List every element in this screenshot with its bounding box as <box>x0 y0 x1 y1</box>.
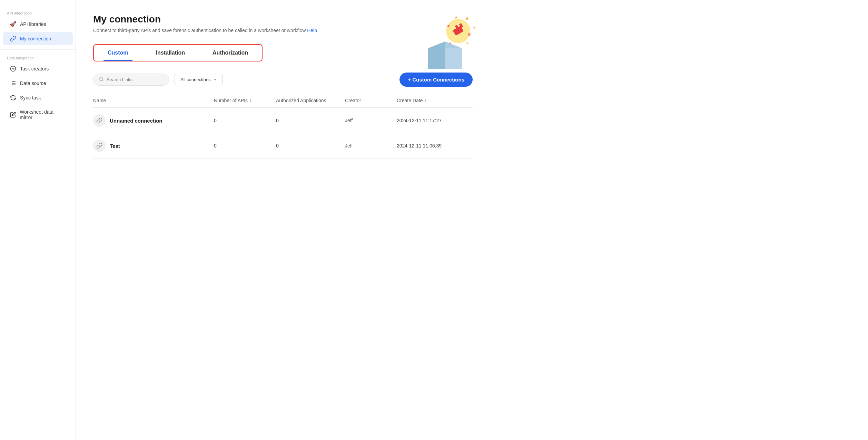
connections-table: Name Number of APIs ⬍ Authorized Applica… <box>93 95 473 159</box>
svg-marker-10 <box>428 41 445 48</box>
th-auth-apps: Authorized Applications <box>276 98 345 103</box>
td-num-apis: 0 <box>214 118 276 123</box>
api-section-label: API integration <box>0 8 76 17</box>
th-creator: Creator <box>345 98 397 103</box>
sidebar-item-sync-task[interactable]: Sync task <box>3 91 73 104</box>
td-auth-apps: 0 <box>276 143 345 149</box>
tab-installation[interactable]: Installation <box>142 45 199 61</box>
sort-icon-date: ⬍ <box>424 99 427 103</box>
sidebar-divider <box>0 49 76 50</box>
plus-circle-icon <box>10 66 17 72</box>
tabs-container: Custom Installation Authorization <box>93 44 263 61</box>
sort-icon: ⬍ <box>249 99 252 103</box>
main-content: ★ ★ My connection Connect to third-party… <box>76 0 868 440</box>
table-row[interactable]: Unnamed connection 0 0 Jeff 2024-12-11 1… <box>93 108 473 133</box>
sidebar-item-label: API libraries <box>20 21 46 27</box>
edit-icon <box>10 112 16 118</box>
td-create-date: 2024-12-11 11:06:39 <box>397 143 473 149</box>
search-box[interactable] <box>93 74 169 86</box>
svg-text:★: ★ <box>465 16 470 21</box>
td-creator: Jeff <box>345 118 397 123</box>
svg-rect-12 <box>428 48 445 69</box>
connection-name: Unnamed connection <box>110 118 162 124</box>
data-section-label: Data integration <box>0 53 76 61</box>
sidebar-item-label: Worksheet data mirror <box>20 109 66 120</box>
tab-custom[interactable]: Custom <box>94 45 142 61</box>
table-header: Name Number of APIs ⬍ Authorized Applica… <box>93 95 473 108</box>
svg-rect-13 <box>445 48 462 69</box>
sidebar-item-label: Data source <box>20 80 46 86</box>
sidebar-item-label: My connection <box>20 36 51 41</box>
rocket-icon: 🚀 <box>10 21 17 27</box>
svg-point-21 <box>468 33 471 36</box>
th-name: Name <box>93 98 214 103</box>
sidebar-item-my-connection[interactable]: My connection <box>3 32 73 45</box>
sync-icon <box>10 95 17 101</box>
toolbar: All connections ▼ + Custom Connections <box>93 73 473 87</box>
page-title: My connection <box>93 14 317 25</box>
svg-point-24 <box>450 42 451 44</box>
sidebar-item-worksheet-data-mirror[interactable]: Worksheet data mirror <box>3 106 73 124</box>
sidebar-item-label: Task creators <box>20 66 49 71</box>
chevron-down-icon: ▼ <box>213 78 217 82</box>
list-icon <box>10 80 17 86</box>
table-row[interactable]: Test 0 0 Jeff 2024-12-11 11:06:39 <box>93 133 473 159</box>
td-num-apis: 0 <box>214 143 276 149</box>
sidebar-item-api-libraries[interactable]: 🚀 API libraries <box>3 17 73 31</box>
th-create-date: Create Date ⬍ <box>397 98 473 103</box>
svg-line-26 <box>102 80 103 81</box>
connections-filter-dropdown[interactable]: All connections ▼ <box>175 74 223 85</box>
sidebar-item-label: Sync task <box>20 95 41 101</box>
connection-icon <box>10 36 17 42</box>
sidebar-item-task-creators[interactable]: Task creators <box>3 62 73 75</box>
help-link[interactable]: Help <box>307 28 317 33</box>
svg-text:★: ★ <box>455 16 458 19</box>
svg-point-25 <box>100 77 103 80</box>
page-subtitle: Connect to third-party APIs and save for… <box>93 28 317 33</box>
filter-label: All connections <box>180 77 210 82</box>
add-custom-connection-button[interactable]: + Custom Connections <box>400 73 473 87</box>
th-num-apis: Number of APIs ⬍ <box>214 98 276 103</box>
search-input[interactable] <box>107 77 163 82</box>
svg-point-22 <box>473 27 475 29</box>
connection-row-icon <box>93 140 106 152</box>
search-icon <box>99 77 104 83</box>
td-create-date: 2024-12-11 11:17:27 <box>397 118 473 123</box>
svg-point-23 <box>466 42 468 44</box>
td-name: Unnamed connection <box>93 114 214 127</box>
td-name: Test <box>93 140 214 152</box>
sidebar-item-data-source[interactable]: Data source <box>3 77 73 90</box>
connection-row-icon <box>93 114 106 127</box>
page-title-area: My connection Connect to third-party API… <box>93 14 317 33</box>
connection-name: Test <box>110 143 120 149</box>
sidebar: API integration 🚀 API libraries My conne… <box>0 0 76 440</box>
header-illustration: ★ ★ <box>407 10 476 73</box>
td-creator: Jeff <box>345 143 397 149</box>
td-auth-apps: 0 <box>276 118 345 123</box>
svg-point-20 <box>447 25 450 27</box>
tab-authorization[interactable]: Authorization <box>199 45 262 61</box>
